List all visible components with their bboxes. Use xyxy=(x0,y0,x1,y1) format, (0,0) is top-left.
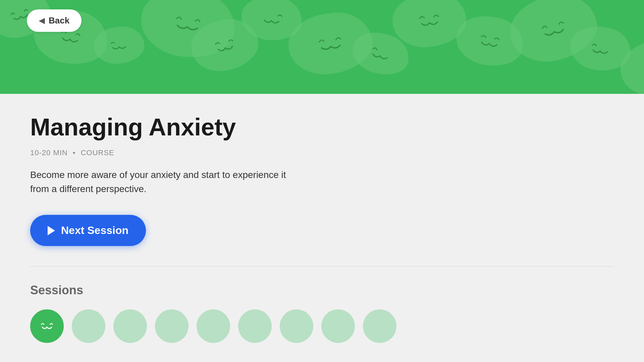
back-label: Back xyxy=(49,15,69,26)
session-circle-5[interactable] xyxy=(197,309,230,343)
meta-separator: • xyxy=(73,148,78,157)
next-session-label: Next Session xyxy=(61,224,128,237)
session-circle-2[interactable] xyxy=(72,309,105,343)
session-circle-4[interactable] xyxy=(155,309,189,343)
session-circle-7[interactable] xyxy=(280,309,313,343)
session-circle-6[interactable] xyxy=(238,309,272,343)
course-meta: 10-20 MIN • COURSE xyxy=(30,148,614,157)
session-circle-8[interactable] xyxy=(321,309,355,343)
next-session-button[interactable]: Next Session xyxy=(30,215,146,246)
course-title: Managing Anxiety xyxy=(30,114,614,140)
course-description: Become more aware of your anxiety and st… xyxy=(30,168,305,196)
play-icon xyxy=(48,226,55,235)
session-circle-3[interactable] xyxy=(113,309,147,343)
back-chevron-icon: ◀ xyxy=(39,16,45,25)
content-section: Managing Anxiety 10-20 MIN • COURSE Beco… xyxy=(0,94,644,356)
section-divider xyxy=(30,266,614,266)
sessions-section-title: Sessions xyxy=(30,283,614,297)
back-button[interactable]: ◀ Back xyxy=(27,9,82,32)
course-type: COURSE xyxy=(81,148,114,157)
course-duration: 10-20 MIN xyxy=(30,148,68,157)
hero-section: ◀ Back xyxy=(0,0,644,94)
session-circle-1[interactable] xyxy=(30,309,64,343)
sessions-row xyxy=(30,309,614,343)
session-circle-9[interactable] xyxy=(363,309,396,343)
